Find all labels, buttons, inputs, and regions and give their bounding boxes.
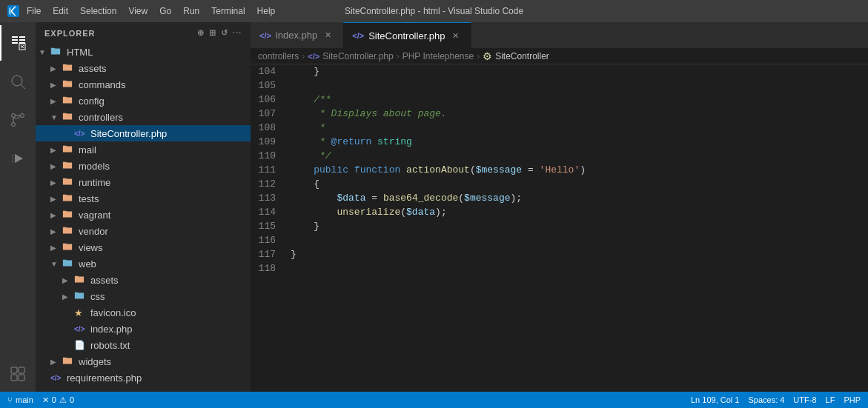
- activity-search[interactable]: [0, 64, 36, 99]
- code-line-111[interactable]: public function actionAbout($message = '…: [291, 163, 868, 177]
- tree-item-favicon-ico[interactable]: ★favicon.ico: [36, 304, 251, 321]
- code-line-114[interactable]: unserialize($data);: [291, 205, 868, 219]
- activity-explorer[interactable]: [0, 25, 36, 61]
- new-folder-icon[interactable]: ⊞: [209, 28, 216, 38]
- activity-debug[interactable]: [0, 141, 36, 176]
- line-number-114: 114: [258, 205, 276, 219]
- code-line-106[interactable]: /**: [291, 93, 868, 107]
- status-language[interactable]: PHP: [844, 395, 861, 404]
- tree-item-mail[interactable]: ▶mail: [36, 141, 251, 158]
- folder-icon: [62, 355, 76, 368]
- menu-edit[interactable]: Edit: [53, 6, 68, 16]
- menu-file[interactable]: File: [27, 6, 41, 16]
- tree-label: commands: [79, 79, 126, 90]
- tree-arrow: ▶: [50, 178, 62, 187]
- status-errors[interactable]: ✕ 0 ⚠ 0: [42, 395, 74, 405]
- folder-icon: [62, 241, 76, 254]
- folder-icon: [62, 176, 76, 189]
- code-line-112[interactable]: {: [291, 177, 868, 191]
- code-line-116[interactable]: [291, 233, 868, 247]
- title-bar: File Edit Selection View Go Run Terminal…: [0, 0, 868, 22]
- close-tab-index[interactable]: ✕: [322, 30, 334, 41]
- new-file-icon[interactable]: ⊕: [197, 28, 205, 38]
- line-number-116: 116: [258, 233, 276, 247]
- code-line-113[interactable]: $data = base64_decode($message);: [291, 191, 868, 205]
- breadcrumb-intelephense[interactable]: PHP Intelephense: [402, 51, 474, 61]
- tree-item-HTML[interactable]: ▼HTML: [36, 44, 251, 60]
- breadcrumb-filename[interactable]: SiteController.php: [322, 51, 393, 61]
- txt-file-icon: 📄: [74, 340, 87, 350]
- warning-count: 0: [70, 395, 74, 404]
- tab-index-php[interactable]: </> index.php ✕: [251, 22, 343, 48]
- folder-icon: [62, 95, 76, 107]
- language-label: PHP: [844, 395, 861, 404]
- sidebar-header-icons[interactable]: ⊕ ⊞ ↺ ···: [197, 28, 242, 38]
- status-bar: ⑂ main ✕ 0 ⚠ 0 Ln 109, Col 1 Spaces: 4 U…: [0, 392, 868, 408]
- activity-source-control[interactable]: [0, 102, 36, 138]
- menu-view[interactable]: View: [128, 6, 148, 16]
- code-line-104[interactable]: }: [291, 64, 868, 78]
- code-editor[interactable]: 1041051061071081091101111121131141151161…: [251, 64, 868, 392]
- tree-item-SiteController-php[interactable]: </>SiteController.php: [36, 125, 251, 141]
- tree-item-vagrant[interactable]: ▶vagrant: [36, 207, 251, 223]
- folder-icon: [62, 111, 76, 124]
- menu-help[interactable]: Help: [257, 6, 276, 16]
- title-bar-left: File Edit Selection View Go Run Terminal…: [7, 5, 275, 17]
- code-line-107[interactable]: * Displays about page.: [291, 107, 868, 121]
- status-eol[interactable]: LF: [826, 395, 835, 404]
- tree-item-widgets[interactable]: ▶widgets: [36, 353, 251, 369]
- tree-label: HTML: [67, 47, 93, 58]
- tree-item-requirements-php[interactable]: </>requirements.php: [36, 369, 251, 386]
- activity-extensions[interactable]: [0, 356, 36, 392]
- tree-item-models[interactable]: ▶models: [36, 158, 251, 174]
- code-line-109[interactable]: * @return string: [291, 135, 868, 149]
- menu-terminal[interactable]: Terminal: [211, 6, 245, 16]
- tree-label: mail: [79, 144, 96, 155]
- code-line-105[interactable]: [291, 78, 868, 93]
- tree-item-robots-txt[interactable]: 📄robots.txt: [36, 337, 251, 353]
- menu-go[interactable]: Go: [159, 6, 171, 16]
- line-number-117: 117: [258, 247, 276, 261]
- svg-line-2: [21, 85, 26, 90]
- line-number-113: 113: [258, 191, 276, 205]
- tree-item-views[interactable]: ▶views: [36, 239, 251, 255]
- code-line-117[interactable]: }: [291, 247, 868, 261]
- close-tab-site[interactable]: ✕: [450, 30, 462, 41]
- more-actions-icon[interactable]: ···: [233, 28, 242, 38]
- code-line-110[interactable]: */: [291, 149, 868, 163]
- status-spaces[interactable]: Spaces: 4: [748, 395, 784, 404]
- tree-item-config[interactable]: ▶config: [36, 93, 251, 109]
- status-encoding[interactable]: UTF-8: [793, 395, 816, 404]
- code-line-108[interactable]: *: [291, 121, 868, 135]
- tree-arrow: ▼: [39, 48, 50, 56]
- tab-sitecontroller[interactable]: </> SiteController.php ✕: [343, 22, 471, 48]
- tree-item-vendor[interactable]: ▶vendor: [36, 223, 251, 239]
- tree-item-controllers[interactable]: ▼controllers: [36, 109, 251, 125]
- tree-item-assets[interactable]: ▶assets: [36, 60, 251, 76]
- tree-item-tests[interactable]: ▶tests: [36, 190, 251, 207]
- status-branch[interactable]: ⑂ main: [7, 395, 33, 404]
- tree-item-web[interactable]: ▼web: [36, 255, 251, 272]
- refresh-icon[interactable]: ↺: [221, 28, 228, 38]
- svg-rect-7: [11, 367, 17, 373]
- breadcrumb-controllers[interactable]: controllers: [258, 51, 299, 61]
- tab-icon-site: </>: [352, 31, 364, 40]
- tree-item-runtime[interactable]: ▶runtime: [36, 174, 251, 190]
- code-line-118[interactable]: [291, 261, 868, 275]
- line-number-111: 111: [258, 163, 276, 177]
- tree-arrow: ▶: [50, 97, 62, 105]
- menu-run[interactable]: Run: [183, 6, 199, 16]
- svg-point-4: [21, 114, 24, 118]
- breadcrumb-class[interactable]: SiteController: [495, 51, 549, 61]
- menu-selection[interactable]: Selection: [80, 6, 116, 16]
- php-file-icon: </>: [74, 130, 87, 138]
- tree-item-commands[interactable]: ▶commands: [36, 76, 251, 93]
- tree-item-index-php[interactable]: </>index.php: [36, 321, 251, 337]
- status-line[interactable]: Ln 109, Col 1: [691, 395, 739, 404]
- code-line-115[interactable]: }: [291, 219, 868, 233]
- tree-item-css[interactable]: ▶css: [36, 288, 251, 304]
- tree-label: requirements.php: [67, 372, 142, 384]
- code-content[interactable]: } /** * Displays about page. * * @return…: [288, 64, 868, 392]
- tab-icon-index: </>: [259, 31, 271, 40]
- tree-item-assets[interactable]: ▶assets: [36, 272, 251, 288]
